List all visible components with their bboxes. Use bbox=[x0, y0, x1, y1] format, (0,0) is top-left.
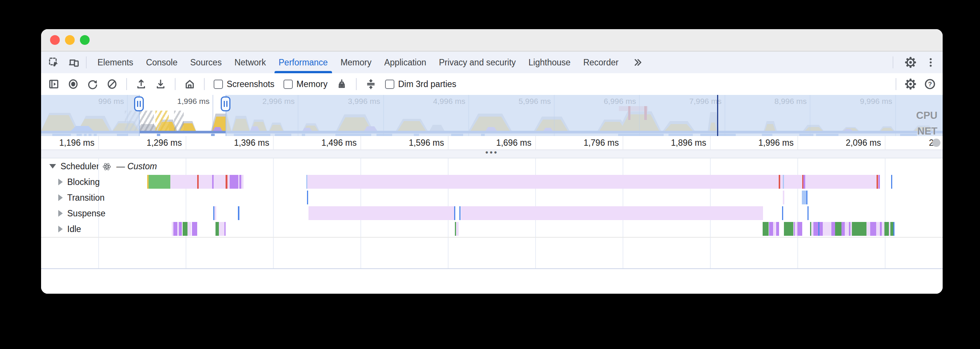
live-metrics-home-icon[interactable] bbox=[182, 76, 197, 92]
device-toolbar-icon[interactable] bbox=[67, 55, 81, 70]
expand-triangle-icon[interactable] bbox=[58, 226, 63, 233]
trace-event-lightblue[interactable] bbox=[783, 175, 784, 189]
trace-event-purple[interactable] bbox=[230, 175, 238, 189]
zoom-button[interactable] bbox=[80, 35, 90, 45]
trace-event-green2[interactable] bbox=[835, 222, 842, 236]
download-profile-icon[interactable] bbox=[153, 76, 168, 92]
trace-event-green[interactable] bbox=[149, 175, 170, 189]
expand-triangle-icon[interactable] bbox=[58, 194, 63, 201]
trace-event-blue[interactable] bbox=[307, 191, 308, 204]
trace-event-lavender[interactable] bbox=[823, 222, 831, 236]
trace-event-lavender[interactable] bbox=[215, 206, 216, 220]
timeline-overview-minimap[interactable]: CPU NET 996 ms1,996 ms2,996 ms3,996 ms4,… bbox=[41, 95, 943, 136]
tab-sources[interactable]: Sources bbox=[184, 51, 228, 73]
trace-event-lavender[interactable] bbox=[773, 222, 776, 236]
memory-checkbox[interactable]: Memory bbox=[283, 79, 328, 89]
track-row-transition[interactable]: Transition bbox=[41, 190, 105, 206]
trace-event-lavender[interactable] bbox=[876, 222, 880, 236]
trace-event-purple[interactable] bbox=[797, 222, 802, 236]
trace-event-purple[interactable] bbox=[870, 222, 876, 236]
trace-event-lavender[interactable] bbox=[242, 175, 243, 189]
trace-event-lavender[interactable] bbox=[456, 222, 459, 236]
help-icon[interactable]: ? bbox=[923, 76, 937, 92]
trace-event-lavender[interactable] bbox=[307, 175, 880, 189]
trace-event-purple[interactable] bbox=[842, 222, 845, 236]
kebab-menu-icon[interactable] bbox=[923, 55, 938, 70]
tab-privacy-and-security[interactable]: Privacy and security bbox=[433, 51, 522, 73]
trace-event-lavender[interactable] bbox=[795, 222, 797, 236]
collapse-triangle-icon[interactable] bbox=[49, 164, 56, 169]
row-label[interactable]: Suspense bbox=[67, 209, 105, 218]
trace-event-red[interactable] bbox=[877, 175, 878, 189]
tab-network[interactable]: Network bbox=[228, 51, 272, 73]
toggle-sidebar-icon[interactable] bbox=[46, 76, 61, 92]
trace-event-blue[interactable] bbox=[807, 206, 808, 220]
clear-icon[interactable] bbox=[105, 76, 119, 92]
trace-event-blue[interactable] bbox=[893, 222, 894, 236]
trace-event-purple[interactable] bbox=[819, 222, 823, 236]
track-title[interactable]: Scheduler bbox=[60, 161, 99, 172]
selection-handle-right[interactable] bbox=[221, 96, 231, 112]
tab-recorder[interactable]: Recorder bbox=[577, 51, 625, 73]
trace-event-green2[interactable] bbox=[763, 222, 768, 236]
trace-event-purple[interactable] bbox=[831, 222, 835, 236]
tab-memory[interactable]: Memory bbox=[334, 51, 378, 73]
trace-event-blue[interactable] bbox=[891, 175, 892, 189]
checkbox-box[interactable] bbox=[385, 80, 395, 89]
tab-elements[interactable]: Elements bbox=[91, 51, 140, 73]
trace-event-lavender[interactable] bbox=[219, 222, 224, 236]
trace-event-blue[interactable] bbox=[782, 206, 783, 220]
flame-chart-tracks[interactable]: Scheduler — Custom BlockingTransitionSus… bbox=[41, 158, 943, 268]
track-row-idle[interactable]: Idle bbox=[41, 221, 81, 237]
trace-event-green2[interactable] bbox=[852, 222, 867, 236]
trace-event-green2[interactable] bbox=[890, 222, 893, 236]
trace-event-purple[interactable] bbox=[878, 175, 880, 189]
trace-event-blue[interactable] bbox=[238, 206, 239, 220]
trace-event-red[interactable] bbox=[197, 175, 199, 189]
minimize-button[interactable] bbox=[65, 35, 75, 45]
trace-event-green2[interactable] bbox=[885, 222, 889, 236]
trace-event-red[interactable] bbox=[779, 175, 780, 189]
trace-event-purple[interactable] bbox=[776, 222, 779, 236]
inspect-icon[interactable] bbox=[46, 55, 61, 70]
checkbox-box[interactable] bbox=[214, 80, 223, 89]
row-label[interactable]: Blocking bbox=[67, 177, 100, 187]
trace-event-purple[interactable] bbox=[803, 175, 805, 189]
trace-event-lavender[interactable] bbox=[188, 222, 191, 236]
trace-event-lavender[interactable] bbox=[783, 191, 784, 204]
trace-event-purple[interactable] bbox=[769, 222, 773, 236]
trace-event-lavender[interactable] bbox=[461, 206, 763, 220]
compress-tracks-icon[interactable] bbox=[363, 76, 378, 92]
track-row-blocking[interactable]: Blocking bbox=[41, 174, 100, 190]
trace-event-purple[interactable] bbox=[239, 175, 241, 189]
screenshots-checkbox[interactable]: Screenshots bbox=[214, 79, 275, 89]
trace-event-red[interactable] bbox=[226, 175, 228, 189]
trace-event-purple[interactable] bbox=[813, 222, 818, 236]
trace-event-blue[interactable] bbox=[807, 191, 807, 204]
checkbox-box[interactable] bbox=[283, 80, 293, 89]
trace-event-green2[interactable] bbox=[215, 222, 219, 236]
panel-resize-grip[interactable]: ••• bbox=[41, 150, 943, 158]
tab-application[interactable]: Application bbox=[378, 51, 433, 73]
trace-event-blue[interactable] bbox=[460, 206, 460, 220]
expand-triangle-icon[interactable] bbox=[58, 178, 63, 185]
tab-performance[interactable]: Performance bbox=[272, 51, 334, 73]
collect-garbage-icon[interactable] bbox=[334, 76, 349, 92]
track-row-suspense[interactable]: Suspense bbox=[41, 206, 105, 221]
expand-triangle-icon[interactable] bbox=[58, 210, 63, 217]
trace-event-green2[interactable] bbox=[183, 222, 188, 236]
row-label[interactable]: Idle bbox=[67, 224, 81, 234]
row-label[interactable]: Transition bbox=[67, 193, 105, 203]
trace-event-blue[interactable] bbox=[454, 206, 455, 220]
capture-settings-gear-icon[interactable] bbox=[903, 76, 918, 92]
scrollbar-thumb[interactable] bbox=[932, 139, 940, 147]
trace-event-lavender[interactable] bbox=[845, 222, 849, 236]
tab-console[interactable]: Console bbox=[140, 51, 184, 73]
trace-event-lightblue[interactable] bbox=[802, 191, 807, 204]
trace-event-purple[interactable] bbox=[179, 222, 182, 236]
tab-lighthouse[interactable]: Lighthouse bbox=[522, 51, 577, 73]
reload-and-record-icon[interactable] bbox=[85, 76, 100, 92]
track-header-scheduler[interactable]: Scheduler — Custom bbox=[41, 158, 157, 174]
trace-event-purple[interactable] bbox=[192, 222, 197, 236]
upload-profile-icon[interactable] bbox=[134, 76, 149, 92]
